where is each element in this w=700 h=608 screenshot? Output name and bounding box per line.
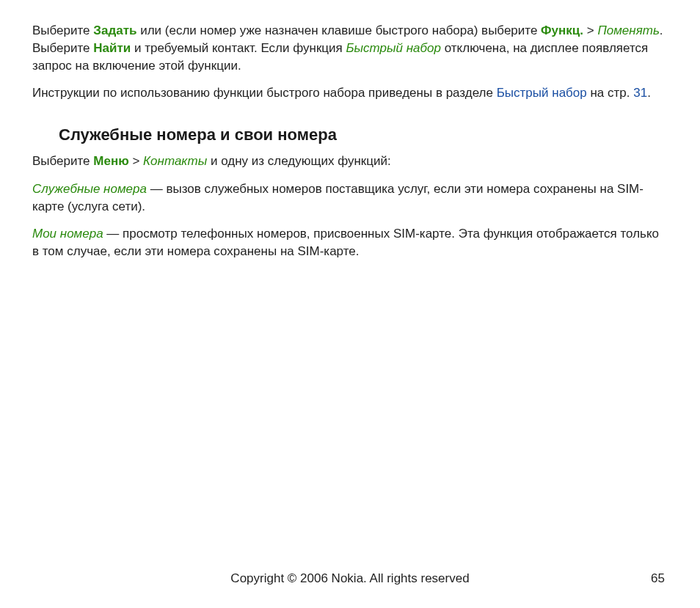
section-heading: Служебные номера и свои номера: [59, 124, 665, 147]
text: и требуемый контакт. Если функция: [131, 41, 346, 55]
text: .: [647, 86, 651, 100]
text: и одну из следующих функций:: [207, 154, 391, 168]
page-number: 65: [651, 570, 665, 587]
text: или (если номер уже назначен клавише быс…: [136, 23, 541, 37]
ui-feature-service-numbers: Служебные номера: [32, 182, 147, 196]
text: >: [129, 154, 143, 168]
text: Инструкции по использованию функции быст…: [32, 86, 497, 100]
document-page: Выберите Задать или (если номер уже назн…: [0, 0, 700, 608]
ui-action-menu: Меню: [93, 154, 128, 168]
text: >: [583, 23, 597, 37]
text: Выберите: [32, 23, 93, 37]
ui-action-set: Задать: [93, 23, 136, 37]
ui-action-contacts: Контакты: [143, 154, 207, 168]
page-footer: Copyright © 2006 Nokia. All rights reser…: [0, 570, 700, 587]
ui-feature-speeddial: Быстрый набор: [346, 41, 441, 55]
link-page-31[interactable]: 31: [633, 86, 647, 100]
text: на стр.: [587, 86, 633, 100]
link-speed-dial[interactable]: Быстрый набор: [497, 86, 587, 100]
ui-action-find: Найти: [93, 41, 131, 55]
ui-feature-my-numbers: Мои номера: [32, 227, 103, 241]
paragraph-3: Выберите Меню > Контакты и одну из следу…: [32, 153, 665, 170]
text: — просмотр телефонных номеров, присвоенн…: [32, 227, 659, 258]
ui-action-options: Функц.: [541, 23, 583, 37]
paragraph-2: Инструкции по использованию функции быст…: [32, 84, 665, 102]
ui-action-change: Поменять: [597, 23, 659, 37]
paragraph-1: Выберите Задать или (если номер уже назн…: [32, 22, 665, 74]
paragraph-5: Мои номера — просмотр телефонных номеров…: [32, 225, 665, 260]
paragraph-4: Служебные номера — вызов служебных номер…: [32, 180, 665, 216]
text: Выберите: [32, 154, 93, 168]
copyright-text: Copyright © 2006 Nokia. All rights reser…: [230, 570, 469, 587]
